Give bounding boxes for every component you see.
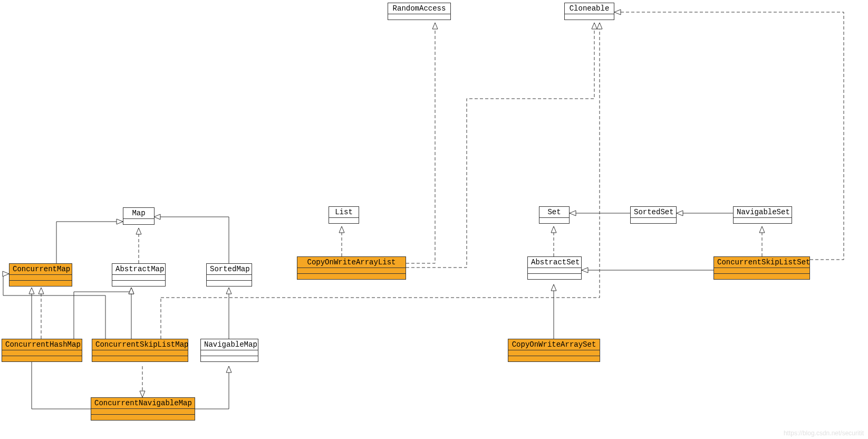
node-set: Set xyxy=(539,206,570,224)
node-label: List xyxy=(329,207,359,217)
node-abstract-map: AbstractMap xyxy=(112,263,166,287)
node-label: ConcurrentNavigableMap xyxy=(91,398,195,408)
node-navigable-map: NavigableMap xyxy=(200,339,258,362)
node-copy-on-write-array-set: CopyOnWriteArraySet xyxy=(508,339,600,362)
node-label: ConcurrentSkipListSet xyxy=(714,257,809,268)
node-concurrent-navigable-map: ConcurrentNavigableMap xyxy=(91,397,195,421)
node-label: Set xyxy=(539,207,569,217)
node-label: CopyOnWriteArraySet xyxy=(508,339,600,350)
node-abstract-set: AbstractSet xyxy=(527,256,582,280)
node-map: Map xyxy=(123,207,155,225)
watermark: https://blog.csdn.net/securitit xyxy=(784,430,864,437)
node-label: ConcurrentMap xyxy=(9,264,72,274)
node-label: SortedMap xyxy=(207,264,252,274)
node-copy-on-write-array-list: CopyOnWriteArrayList xyxy=(297,256,406,280)
node-label: AbstractMap xyxy=(112,264,165,274)
node-concurrent-skip-list-set: ConcurrentSkipListSet xyxy=(713,256,810,280)
node-concurrent-hash-map: ConcurrentHashMap xyxy=(2,339,82,362)
node-random-access: RandomAccess xyxy=(388,3,451,20)
node-concurrent-map: ConcurrentMap xyxy=(9,263,72,287)
node-label: CopyOnWriteArrayList xyxy=(297,257,406,268)
node-label: NavigableMap xyxy=(201,339,258,350)
node-label: Map xyxy=(123,208,154,218)
node-sorted-set: SortedSet xyxy=(630,206,677,224)
node-label: NavigableSet xyxy=(734,207,792,217)
node-cloneable: Cloneable xyxy=(564,3,614,20)
node-list: List xyxy=(329,206,359,224)
node-concurrent-skip-list-map: ConcurrentSkipListMap xyxy=(92,339,188,362)
node-label: ConcurrentSkipListMap xyxy=(92,339,188,350)
node-label: RandomAccess xyxy=(388,3,450,14)
node-label: ConcurrentHashMap xyxy=(2,339,82,350)
node-label: AbstractSet xyxy=(528,257,581,268)
node-label: SortedSet xyxy=(631,207,676,217)
node-label: Cloneable xyxy=(565,3,614,14)
node-navigable-set: NavigableSet xyxy=(733,206,792,224)
node-sorted-map: SortedMap xyxy=(206,263,252,287)
